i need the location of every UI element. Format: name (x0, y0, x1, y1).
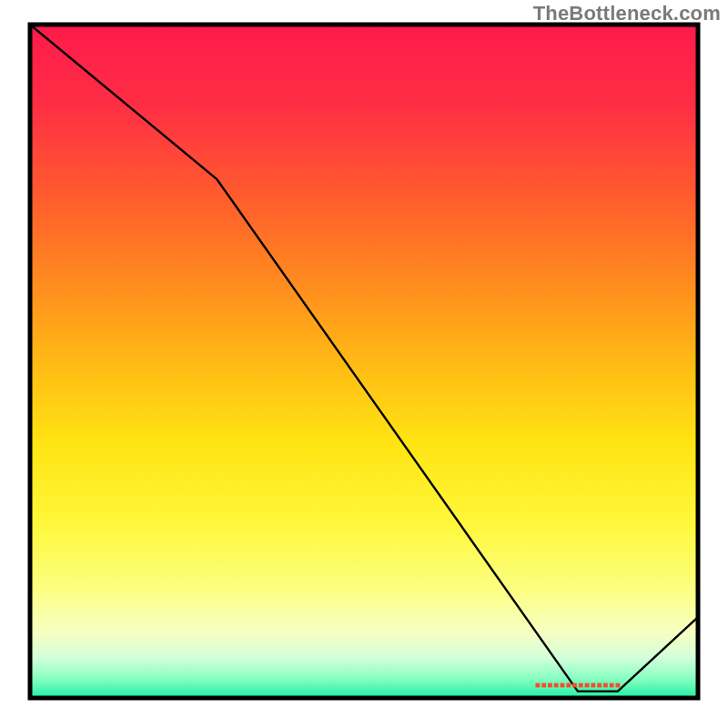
optimum-marker-dot (597, 683, 602, 688)
plot-background (30, 25, 698, 698)
optimum-marker-dot (541, 683, 546, 688)
optimum-marker-dot (548, 683, 552, 688)
optimum-marker-dot (535, 683, 540, 688)
optimum-marker-dot (610, 683, 614, 688)
optimum-marker-dot (561, 683, 565, 688)
optimum-marker-dot (603, 683, 608, 688)
bottleneck-chart (0, 0, 728, 728)
chart-container: TheBottleneck.com (0, 0, 728, 728)
optimum-marker-dot (591, 683, 595, 688)
watermark-text: TheBottleneck.com (533, 2, 721, 25)
optimum-marker-dot (579, 683, 583, 688)
optimum-marker-dot (616, 683, 621, 688)
optimum-marker-dot (572, 683, 577, 688)
optimum-marker-dot (566, 683, 571, 688)
optimum-marker-dot (585, 683, 590, 688)
optimum-marker-dot (554, 683, 559, 688)
